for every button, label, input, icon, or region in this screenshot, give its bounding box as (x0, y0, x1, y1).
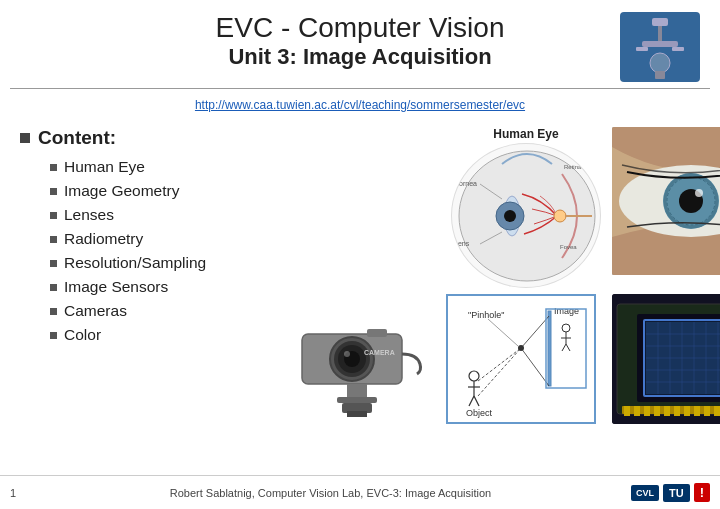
svg-rect-1 (652, 18, 668, 26)
svg-text:CAMERA: CAMERA (364, 349, 395, 356)
bullet-icon (50, 164, 57, 171)
content-header: Content: (20, 127, 280, 149)
header-divider (10, 88, 710, 89)
list-item: Human Eye (50, 155, 280, 179)
svg-text:Object: Object (466, 408, 493, 418)
eye-diagram-label: Human Eye (493, 127, 558, 141)
header: EVC - Computer Vision Unit 3: Image Acqu… (0, 0, 720, 88)
bullet-icon (50, 236, 57, 243)
item-label: Lenses (64, 206, 114, 224)
robot-image (620, 12, 700, 82)
svg-rect-79 (624, 406, 630, 416)
footer: 1 Robert Sablatnig, Computer Vision Lab,… (0, 475, 720, 509)
svg-rect-5 (672, 47, 684, 51)
exclamation-logo: ! (694, 483, 710, 502)
svg-rect-34 (347, 384, 367, 399)
list-item: Radiometry (50, 227, 280, 251)
course-url[interactable]: http://www.caa.tuwien.ac.at/cvl/teaching… (195, 98, 525, 112)
item-label: Image Sensors (64, 278, 168, 296)
list-item: Resolution/Sampling (50, 251, 280, 275)
eye-diagram-image: Cornea Lens Retina Fovea (451, 143, 601, 288)
title-line1: EVC - Computer Vision (100, 12, 620, 44)
svg-point-10 (554, 210, 566, 222)
svg-rect-86 (694, 406, 700, 416)
bullet-icon (50, 308, 57, 315)
svg-point-12 (504, 210, 516, 222)
eye-photo-image (612, 127, 720, 275)
url-bar: http://www.caa.tuwien.ac.at/cvl/teaching… (0, 93, 720, 119)
svg-text:Image: Image (554, 306, 579, 316)
svg-text:Fovea: Fovea (560, 244, 577, 250)
camera-image: CAMERA (290, 294, 438, 424)
bullet-icon (50, 212, 57, 219)
bullet-icon (50, 284, 57, 291)
content-list: Content: Human Eye Image Geometry Lenses… (20, 127, 280, 424)
svg-rect-84 (674, 406, 680, 416)
svg-rect-81 (644, 406, 650, 416)
title-line2: Unit 3: Image Acquisition (100, 44, 620, 70)
item-label: Image Geometry (64, 182, 179, 200)
svg-text:Cornea: Cornea (454, 180, 477, 187)
main-content: Content: Human Eye Image Geometry Lenses… (0, 119, 720, 424)
svg-text:Retina: Retina (564, 164, 582, 170)
svg-point-6 (650, 53, 670, 73)
svg-rect-83 (664, 406, 670, 416)
sensor-chip-image (612, 294, 720, 424)
list-item: Image Geometry (50, 179, 280, 203)
list-item: Lenses (50, 203, 280, 227)
svg-rect-3 (642, 41, 678, 47)
svg-text:"Pinhole": "Pinhole" (468, 310, 504, 320)
list-item: Image Sensors (50, 275, 280, 299)
item-label: Radiometry (64, 230, 143, 248)
svg-point-26 (695, 189, 703, 197)
footer-logos: CVL TU ! (631, 483, 710, 502)
svg-rect-82 (654, 406, 660, 416)
bullet-icon (50, 260, 57, 267)
svg-text:Lens: Lens (454, 240, 470, 247)
page-number: 1 (10, 487, 30, 499)
cvl-logo: CVL (631, 485, 659, 501)
content-bullet (20, 133, 30, 143)
content-label: Content: (38, 127, 116, 149)
item-label: Human Eye (64, 158, 145, 176)
svg-rect-80 (634, 406, 640, 416)
svg-rect-35 (337, 397, 377, 403)
bullet-icon (50, 332, 57, 339)
list-item: Color (50, 323, 280, 347)
svg-point-32 (344, 351, 350, 357)
tu-logo: TU (663, 484, 690, 502)
header-title: EVC - Computer Vision Unit 3: Image Acqu… (100, 12, 620, 70)
svg-rect-37 (347, 411, 367, 417)
pinhole-diagram: Image "Pinhole" Object (446, 294, 596, 424)
sub-items-list: Human Eye Image Geometry Lenses Radiomet… (20, 155, 280, 347)
svg-rect-87 (704, 406, 710, 416)
svg-rect-7 (655, 71, 665, 79)
svg-rect-38 (367, 329, 387, 337)
svg-rect-85 (684, 406, 690, 416)
bullet-icon (50, 188, 57, 195)
images-grid: Human Eye (290, 127, 720, 424)
item-label: Color (64, 326, 101, 344)
svg-rect-88 (714, 406, 720, 416)
svg-rect-4 (636, 47, 648, 51)
item-label: Cameras (64, 302, 127, 320)
svg-rect-40 (548, 311, 551, 386)
footer-text: Robert Sablatnig, Computer Vision Lab, E… (30, 487, 631, 499)
list-item: Cameras (50, 299, 280, 323)
eye-diagram-container: Human Eye (446, 127, 606, 288)
item-label: Resolution/Sampling (64, 254, 206, 272)
